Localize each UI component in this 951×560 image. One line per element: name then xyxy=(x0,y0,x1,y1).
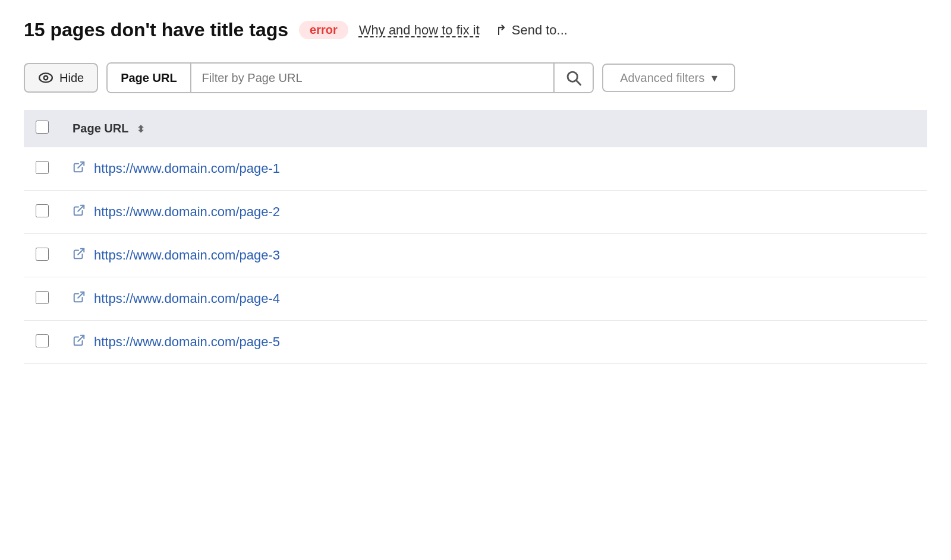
header-checkbox-cell xyxy=(24,110,61,147)
url-search-button[interactable] xyxy=(553,64,593,92)
filter-row: Hide Page URL Advanced filters ▾ xyxy=(24,62,927,93)
svg-line-6 xyxy=(78,249,84,255)
send-to-label: Send to... xyxy=(512,23,568,38)
url-filter-label: Page URL xyxy=(108,64,191,92)
send-to-icon: ↱ xyxy=(495,22,507,39)
row-checkbox-cell xyxy=(24,277,61,321)
chevron-down-icon: ▾ xyxy=(711,71,717,85)
url-link[interactable]: https://www.domain.com/page-1 xyxy=(94,161,280,176)
svg-line-8 xyxy=(78,336,84,341)
external-link-icon xyxy=(73,204,86,220)
sort-icon[interactable]: ⬍ xyxy=(137,124,144,135)
advanced-filters-label: Advanced filters xyxy=(620,71,704,85)
external-link-icon xyxy=(73,160,86,177)
url-link[interactable]: https://www.domain.com/page-3 xyxy=(94,248,280,263)
row-checkbox-cell xyxy=(24,147,61,191)
why-fix-link[interactable]: Why and how to fix it xyxy=(359,23,480,38)
url-filter-group: Page URL xyxy=(106,62,594,93)
svg-line-4 xyxy=(78,162,84,168)
row-checkbox[interactable] xyxy=(36,291,49,304)
row-checkbox[interactable] xyxy=(36,248,49,261)
row-url-cell: https://www.domain.com/page-2 xyxy=(61,191,927,234)
table-row: https://www.domain.com/page-1 xyxy=(24,147,927,191)
table-row: https://www.domain.com/page-5 xyxy=(24,321,927,364)
send-to-button[interactable]: ↱ Send to... xyxy=(495,22,568,39)
hide-label: Hide xyxy=(59,71,84,85)
svg-point-0 xyxy=(39,73,52,82)
row-checkbox[interactable] xyxy=(36,161,49,174)
svg-line-5 xyxy=(78,205,84,211)
svg-line-7 xyxy=(78,292,84,298)
url-link[interactable]: https://www.domain.com/page-2 xyxy=(94,204,280,220)
row-checkbox-cell xyxy=(24,191,61,234)
page-title: 15 pages don't have title tags xyxy=(24,19,288,41)
column-header-label: Page URL xyxy=(73,122,128,135)
row-url-cell: https://www.domain.com/page-3 xyxy=(61,234,927,277)
row-checkbox[interactable] xyxy=(36,204,49,217)
svg-point-1 xyxy=(44,76,48,80)
header-url-cell[interactable]: Page URL ⬍ xyxy=(61,110,927,147)
hide-button[interactable]: Hide xyxy=(24,63,98,93)
select-all-checkbox[interactable] xyxy=(36,121,49,134)
row-checkbox[interactable] xyxy=(36,334,49,347)
svg-line-3 xyxy=(576,80,581,85)
advanced-filters-button[interactable]: Advanced filters ▾ xyxy=(602,64,735,92)
external-link-icon xyxy=(73,334,86,350)
header-row: 15 pages don't have title tags error Why… xyxy=(24,19,927,41)
row-checkbox-cell xyxy=(24,234,61,277)
row-url-cell: https://www.domain.com/page-5 xyxy=(61,321,927,364)
url-filter-input[interactable] xyxy=(191,64,554,92)
url-link[interactable]: https://www.domain.com/page-5 xyxy=(94,334,280,350)
row-url-cell: https://www.domain.com/page-4 xyxy=(61,277,927,321)
search-icon xyxy=(565,69,582,86)
external-link-icon xyxy=(73,290,86,307)
table-row: https://www.domain.com/page-3 xyxy=(24,234,927,277)
external-link-icon xyxy=(73,247,86,264)
table-row: https://www.domain.com/page-2 xyxy=(24,191,927,234)
eye-icon xyxy=(38,70,53,86)
data-table: Page URL ⬍ https://www.domain.com/page-1… xyxy=(24,110,927,364)
row-url-cell: https://www.domain.com/page-1 xyxy=(61,147,927,191)
row-checkbox-cell xyxy=(24,321,61,364)
table-header-row: Page URL ⬍ xyxy=(24,110,927,147)
table-row: https://www.domain.com/page-4 xyxy=(24,277,927,321)
error-badge: error xyxy=(299,21,348,39)
url-link[interactable]: https://www.domain.com/page-4 xyxy=(94,291,280,306)
